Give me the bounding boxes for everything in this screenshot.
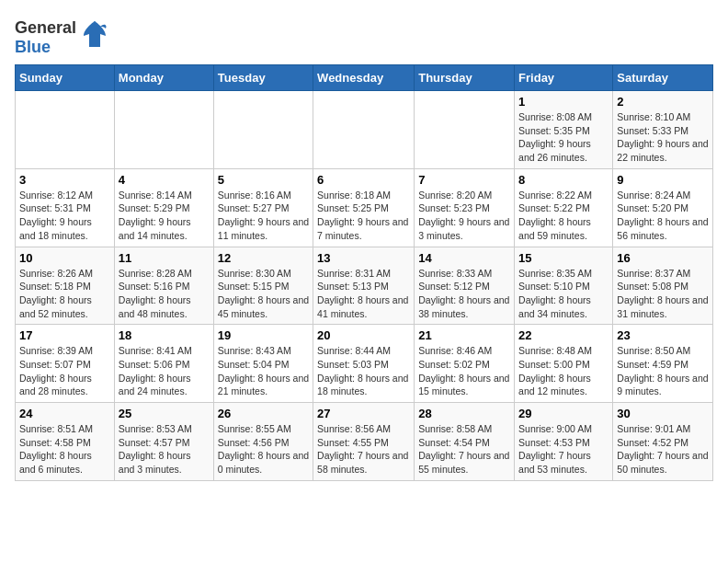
day-info: Sunrise: 8:33 AM Sunset: 5:12 PM Dayligh… — [418, 267, 510, 321]
day-cell: 4Sunrise: 8:14 AM Sunset: 5:29 PM Daylig… — [114, 168, 213, 247]
day-info: Sunrise: 8:24 AM Sunset: 5:20 PM Dayligh… — [617, 189, 709, 243]
day-number: 12 — [218, 251, 309, 265]
day-info: Sunrise: 8:28 AM Sunset: 5:16 PM Dayligh… — [119, 267, 210, 321]
day-info: Sunrise: 9:01 AM Sunset: 4:52 PM Dayligh… — [617, 422, 709, 477]
day-header-monday: Monday — [114, 65, 213, 91]
day-cell: 24Sunrise: 8:51 AM Sunset: 4:58 PM Dayli… — [16, 403, 115, 481]
day-number: 28 — [418, 407, 510, 420]
day-number: 16 — [617, 251, 709, 265]
week-row-2: 3Sunrise: 8:12 AM Sunset: 5:31 PM Daylig… — [16, 168, 713, 247]
day-info: Sunrise: 8:08 AM Sunset: 5:35 PM Dayligh… — [518, 110, 609, 165]
day-cell — [415, 91, 515, 169]
day-cell: 16Sunrise: 8:37 AM Sunset: 5:08 PM Dayli… — [613, 247, 713, 325]
day-cell: 17Sunrise: 8:39 AM Sunset: 5:07 PM Dayli… — [16, 325, 115, 403]
day-cell: 21Sunrise: 8:46 AM Sunset: 5:02 PM Dayli… — [415, 325, 515, 403]
day-number: 17 — [19, 328, 110, 342]
logo: General Blue — [15, 18, 109, 57]
day-info: Sunrise: 8:41 AM Sunset: 5:06 PM Dayligh… — [119, 344, 210, 398]
day-number: 27 — [317, 407, 410, 420]
day-header-sunday: Sunday — [16, 65, 115, 91]
day-info: Sunrise: 8:43 AM Sunset: 5:04 PM Dayligh… — [218, 344, 309, 398]
day-number: 30 — [617, 407, 709, 420]
day-cell: 2Sunrise: 8:10 AM Sunset: 5:33 PM Daylig… — [613, 91, 713, 169]
day-info: Sunrise: 8:48 AM Sunset: 5:00 PM Dayligh… — [518, 344, 609, 398]
day-number: 2 — [617, 95, 709, 109]
day-cell: 23Sunrise: 8:50 AM Sunset: 4:59 PM Dayli… — [613, 325, 713, 403]
day-cell — [16, 91, 115, 169]
day-header-wednesday: Wednesday — [313, 65, 415, 91]
day-info: Sunrise: 8:18 AM Sunset: 5:25 PM Dayligh… — [317, 189, 410, 243]
day-number: 18 — [119, 328, 210, 342]
day-cell: 6Sunrise: 8:18 AM Sunset: 5:25 PM Daylig… — [313, 168, 415, 247]
day-info: Sunrise: 8:35 AM Sunset: 5:10 PM Dayligh… — [518, 267, 609, 321]
week-row-4: 17Sunrise: 8:39 AM Sunset: 5:07 PM Dayli… — [16, 325, 713, 403]
day-cell: 19Sunrise: 8:43 AM Sunset: 5:04 PM Dayli… — [213, 325, 313, 403]
day-number: 6 — [317, 173, 410, 187]
day-number: 29 — [518, 407, 609, 420]
day-number: 4 — [119, 173, 210, 187]
day-cell: 8Sunrise: 8:22 AM Sunset: 5:22 PM Daylig… — [515, 168, 613, 247]
day-info: Sunrise: 8:53 AM Sunset: 4:57 PM Dayligh… — [119, 422, 210, 477]
day-info: Sunrise: 8:58 AM Sunset: 4:54 PM Dayligh… — [418, 422, 510, 477]
day-cell: 25Sunrise: 8:53 AM Sunset: 4:57 PM Dayli… — [114, 403, 213, 481]
day-cell: 27Sunrise: 8:56 AM Sunset: 4:55 PM Dayli… — [313, 403, 415, 481]
day-number: 14 — [418, 251, 510, 265]
logo-container: General Blue — [15, 18, 109, 57]
day-number: 25 — [119, 407, 210, 420]
day-cell: 14Sunrise: 8:33 AM Sunset: 5:12 PM Dayli… — [415, 247, 515, 325]
day-number: 11 — [119, 251, 210, 265]
day-cell: 20Sunrise: 8:44 AM Sunset: 5:03 PM Dayli… — [313, 325, 415, 403]
day-info: Sunrise: 8:20 AM Sunset: 5:23 PM Dayligh… — [418, 189, 510, 243]
day-info: Sunrise: 8:50 AM Sunset: 4:59 PM Dayligh… — [617, 344, 709, 398]
calendar-body: 1Sunrise: 8:08 AM Sunset: 5:35 PM Daylig… — [16, 91, 713, 481]
logo-bird-icon — [80, 19, 109, 52]
day-number: 15 — [518, 251, 609, 265]
day-cell — [213, 91, 313, 169]
logo-blue: Blue — [15, 38, 76, 57]
day-info: Sunrise: 9:00 AM Sunset: 4:53 PM Dayligh… — [518, 422, 609, 477]
day-number: 13 — [317, 251, 410, 265]
day-cell: 3Sunrise: 8:12 AM Sunset: 5:31 PM Daylig… — [16, 168, 115, 247]
header: General Blue — [15, 15, 713, 57]
day-cell: 10Sunrise: 8:26 AM Sunset: 5:18 PM Dayli… — [16, 247, 115, 325]
day-info: Sunrise: 8:37 AM Sunset: 5:08 PM Dayligh… — [617, 267, 709, 321]
day-info: Sunrise: 8:39 AM Sunset: 5:07 PM Dayligh… — [19, 344, 110, 398]
day-number: 7 — [418, 173, 510, 187]
day-info: Sunrise: 8:44 AM Sunset: 5:03 PM Dayligh… — [317, 344, 410, 398]
day-cell: 1Sunrise: 8:08 AM Sunset: 5:35 PM Daylig… — [515, 91, 613, 169]
day-info: Sunrise: 8:30 AM Sunset: 5:15 PM Dayligh… — [218, 267, 309, 321]
day-header-friday: Friday — [515, 65, 613, 91]
day-info: Sunrise: 8:31 AM Sunset: 5:13 PM Dayligh… — [317, 267, 410, 321]
day-cell: 18Sunrise: 8:41 AM Sunset: 5:06 PM Dayli… — [114, 325, 213, 403]
day-number: 21 — [418, 328, 510, 342]
day-info: Sunrise: 8:55 AM Sunset: 4:56 PM Dayligh… — [218, 422, 309, 477]
day-info: Sunrise: 8:10 AM Sunset: 5:33 PM Dayligh… — [617, 110, 709, 165]
day-cell: 9Sunrise: 8:24 AM Sunset: 5:20 PM Daylig… — [613, 168, 713, 247]
day-info: Sunrise: 8:56 AM Sunset: 4:55 PM Dayligh… — [317, 422, 410, 477]
day-cell: 5Sunrise: 8:16 AM Sunset: 5:27 PM Daylig… — [213, 168, 313, 247]
calendar-header: SundayMondayTuesdayWednesdayThursdayFrid… — [16, 65, 713, 91]
day-number: 19 — [218, 328, 309, 342]
day-info: Sunrise: 8:14 AM Sunset: 5:29 PM Dayligh… — [119, 189, 210, 243]
day-header-tuesday: Tuesday — [213, 65, 313, 91]
header-row: SundayMondayTuesdayWednesdayThursdayFrid… — [16, 65, 713, 91]
day-cell: 15Sunrise: 8:35 AM Sunset: 5:10 PM Dayli… — [515, 247, 613, 325]
day-cell: 12Sunrise: 8:30 AM Sunset: 5:15 PM Dayli… — [213, 247, 313, 325]
logo-general: General — [15, 18, 76, 38]
day-number: 10 — [19, 251, 110, 265]
day-info: Sunrise: 8:22 AM Sunset: 5:22 PM Dayligh… — [518, 189, 609, 243]
day-header-saturday: Saturday — [613, 65, 713, 91]
week-row-1: 1Sunrise: 8:08 AM Sunset: 5:35 PM Daylig… — [16, 91, 713, 169]
day-info: Sunrise: 8:12 AM Sunset: 5:31 PM Dayligh… — [19, 189, 110, 243]
day-number: 24 — [19, 407, 110, 420]
day-cell: 26Sunrise: 8:55 AM Sunset: 4:56 PM Dayli… — [213, 403, 313, 481]
day-number: 5 — [218, 173, 309, 187]
day-cell — [114, 91, 213, 169]
day-number: 3 — [19, 173, 110, 187]
day-info: Sunrise: 8:51 AM Sunset: 4:58 PM Dayligh… — [19, 422, 110, 477]
week-row-3: 10Sunrise: 8:26 AM Sunset: 5:18 PM Dayli… — [16, 247, 713, 325]
day-header-thursday: Thursday — [415, 65, 515, 91]
day-cell — [313, 91, 415, 169]
calendar-table: SundayMondayTuesdayWednesdayThursdayFrid… — [15, 64, 713, 481]
day-number: 22 — [518, 328, 609, 342]
